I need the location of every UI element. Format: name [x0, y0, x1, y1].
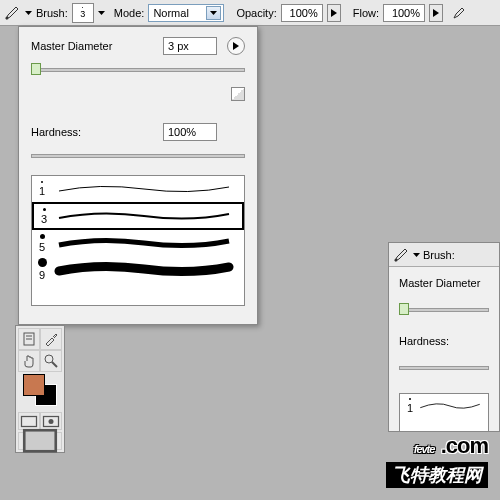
- brush-dot-icon: [41, 181, 43, 183]
- screen-mode[interactable]: [18, 432, 62, 450]
- master-diameter-input[interactable]: 3 px: [163, 37, 217, 55]
- play-button[interactable]: [227, 37, 245, 55]
- brush-dropdown-arrow[interactable]: [98, 11, 106, 15]
- svg-point-0: [6, 16, 9, 19]
- flow-label: Flow:: [353, 7, 379, 19]
- brush-item[interactable]: 3: [32, 202, 244, 230]
- brush-item[interactable]: 9: [32, 256, 244, 282]
- eyedropper-tool[interactable]: [40, 328, 62, 350]
- brush-item[interactable]: 5: [32, 230, 244, 256]
- opacity-input[interactable]: 100%: [281, 4, 323, 22]
- master-diameter-label: Master Diameter: [31, 40, 163, 52]
- master-diameter-label: Master Diameter: [399, 277, 489, 289]
- hardness-slider[interactable]: [31, 147, 245, 163]
- brush-stroke-preview: [416, 394, 484, 418]
- color-swatches: [18, 372, 62, 410]
- foreground-color[interactable]: [23, 374, 45, 396]
- watermark: fevte .com 飞特教程网: [386, 429, 488, 488]
- zoom-tool[interactable]: [40, 350, 62, 372]
- hardness-slider[interactable]: [399, 359, 489, 375]
- brush-label: Brush:: [423, 249, 455, 261]
- brush-dot-icon: [82, 7, 83, 8]
- brush-picker-panel-2: Brush: Master Diameter Hardness: 1: [388, 242, 500, 432]
- mode-select[interactable]: Normal: [148, 4, 224, 22]
- brush-list: 1 3 5 9: [31, 175, 245, 306]
- brush-tool-icon: [4, 5, 20, 21]
- brush-preview[interactable]: 3: [72, 3, 94, 23]
- hardness-input[interactable]: 100%: [163, 123, 217, 141]
- panel2-toolbar: Brush:: [389, 243, 499, 267]
- brush-stroke-preview: [48, 230, 240, 256]
- svg-line-5: [52, 362, 57, 367]
- brush-tool-icon: [393, 247, 409, 263]
- brush-dot-icon: [40, 234, 45, 239]
- notes-tool[interactable]: [18, 328, 40, 350]
- brush-picker-panel: Master Diameter 3 px Hardness: 100% 1 3 …: [18, 26, 258, 325]
- brush-stroke-preview: [48, 256, 240, 282]
- brush-label: Brush:: [36, 7, 68, 19]
- airbrush-icon[interactable]: [451, 5, 467, 21]
- svg-point-10: [395, 258, 398, 261]
- hardness-label: Hardness:: [399, 335, 489, 347]
- tool-preset-dropdown[interactable]: [412, 253, 420, 257]
- flow-input[interactable]: 100%: [383, 4, 425, 22]
- brush-list: 1: [399, 393, 489, 432]
- brush-item[interactable]: 1: [400, 394, 488, 418]
- hardness-label: Hardness:: [31, 126, 163, 138]
- tool-preset-dropdown[interactable]: [24, 11, 32, 15]
- master-diameter-slider[interactable]: [31, 61, 245, 77]
- slider-thumb[interactable]: [31, 63, 41, 75]
- opacity-label: Opacity:: [236, 7, 276, 19]
- new-preset-icon[interactable]: [231, 87, 245, 101]
- opacity-flyout[interactable]: [327, 4, 341, 22]
- svg-point-4: [45, 355, 53, 363]
- chevron-down-icon: [206, 6, 221, 20]
- brush-stroke-preview: [48, 176, 240, 202]
- watermark-line2: 飞特教程网: [386, 462, 488, 488]
- brush-dot-icon: [409, 398, 411, 400]
- brush-stroke-preview: [50, 204, 238, 228]
- mode-label: Mode:: [114, 7, 145, 19]
- watermark-line1: fevte .com: [386, 429, 488, 460]
- brush-dot-icon: [38, 258, 47, 267]
- brush-preview-size: 3: [80, 9, 85, 19]
- master-diameter-slider[interactable]: [399, 301, 489, 317]
- brush-dot-icon: [43, 208, 46, 211]
- slider-thumb[interactable]: [399, 303, 409, 315]
- hand-tool[interactable]: [18, 350, 40, 372]
- brush-item[interactable]: 1: [32, 176, 244, 202]
- tools-palette: [15, 325, 65, 453]
- svg-point-8: [49, 419, 54, 424]
- flow-flyout[interactable]: [429, 4, 443, 22]
- mode-value: Normal: [153, 7, 188, 19]
- svg-rect-9: [24, 431, 56, 452]
- options-bar: Brush: 3 Mode: Normal Opacity: 100% Flow…: [0, 0, 500, 26]
